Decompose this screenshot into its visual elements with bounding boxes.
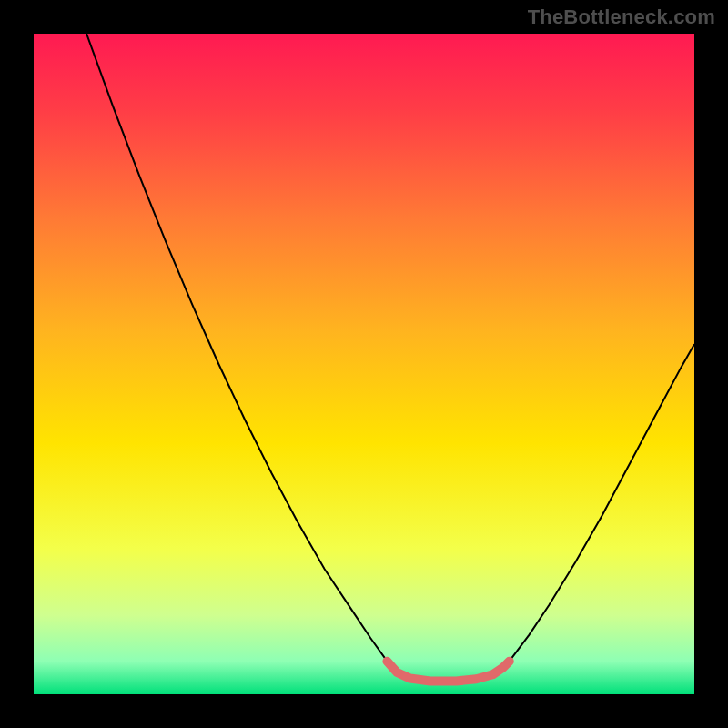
chart-svg (34, 34, 694, 694)
chart-frame: TheBottleneck.com (0, 0, 728, 728)
plot-area (34, 34, 694, 694)
chart-background (34, 34, 694, 694)
watermark-text: TheBottleneck.com (528, 5, 715, 29)
